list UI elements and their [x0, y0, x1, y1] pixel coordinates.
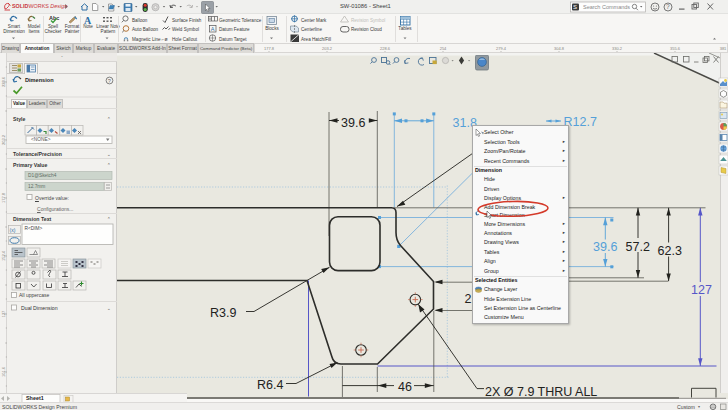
svg-text:?: ? — [666, 3, 670, 10]
svg-text:177.8: 177.8 — [1, 192, 6, 203]
svg-text:A: A — [211, 26, 215, 32]
svg-text:39.6: 39.6 — [341, 116, 365, 130]
svg-text:203.2: 203.2 — [322, 46, 333, 51]
svg-text:304.8: 304.8 — [554, 46, 565, 51]
svg-text:39.6: 39.6 — [593, 240, 617, 254]
svg-text:46: 46 — [398, 380, 412, 394]
svg-text:(x): (x) — [10, 227, 16, 233]
svg-text:?: ? — [108, 78, 111, 84]
svg-text:R6.4: R6.4 — [257, 378, 283, 392]
svg-text:⌐ø: ⌐ø — [162, 36, 168, 42]
svg-text:177.8: 177.8 — [264, 46, 275, 51]
svg-text:228.6: 228.6 — [1, 76, 6, 87]
svg-text:381: 381 — [720, 46, 727, 51]
svg-text:127: 127 — [691, 283, 712, 297]
svg-text:127: 127 — [1, 310, 6, 317]
svg-text:101.6: 101.6 — [1, 366, 6, 377]
svg-text:355.6: 355.6 — [670, 46, 681, 51]
svg-text:57.2: 57.2 — [626, 240, 650, 254]
svg-text:254: 254 — [440, 46, 447, 51]
svg-text:279.4: 279.4 — [496, 46, 507, 51]
svg-text:R<DIM>: R<DIM> — [25, 226, 43, 231]
svg-text:R3.9: R3.9 — [210, 306, 236, 320]
svg-text:152.4: 152.4 — [1, 250, 6, 261]
svg-text:203.2: 203.2 — [1, 134, 6, 145]
svg-text:2X Ø 7.9 THRU ALL: 2X Ø 7.9 THRU ALL — [485, 385, 597, 399]
svg-text:S: S — [573, 4, 577, 10]
svg-text:330.2: 330.2 — [612, 46, 623, 51]
svg-text:228.6: 228.6 — [380, 46, 391, 51]
svg-text:62.3: 62.3 — [658, 244, 682, 258]
